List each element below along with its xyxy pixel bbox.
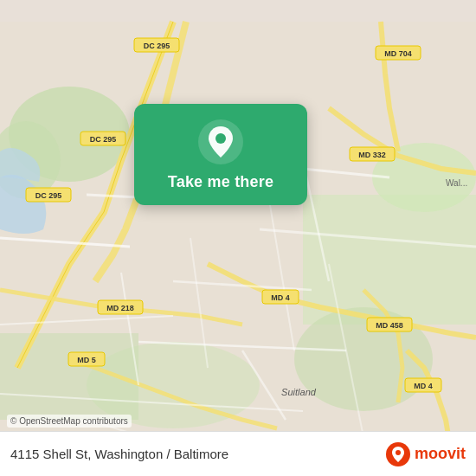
svg-point-48	[396, 450, 401, 455]
svg-text:MD 4: MD 4	[271, 293, 290, 302]
svg-text:MD 458: MD 458	[376, 321, 403, 330]
svg-text:Wal...: Wal...	[446, 178, 467, 188]
svg-text:MD 332: MD 332	[358, 151, 386, 159]
svg-text:DC 295: DC 295	[90, 135, 117, 144]
take-me-there-label: Take me there	[168, 173, 273, 191]
moovit-brand-icon	[385, 441, 411, 467]
take-me-there-card[interactable]: Take me there	[134, 104, 307, 205]
svg-rect-3	[303, 195, 476, 325]
svg-text:MD 5: MD 5	[77, 356, 96, 364]
moovit-brand-text: moovit	[415, 445, 466, 463]
copyright-text: © OpenStreetMap contributors	[7, 415, 132, 428]
svg-text:DC 295: DC 295	[144, 42, 170, 50]
svg-text:Suitland: Suitland	[281, 387, 317, 397]
svg-text:DC 295: DC 295	[35, 191, 62, 200]
address-text: 4115 Shell St, Washington / Baltimore	[10, 447, 228, 461]
svg-text:MD 704: MD 704	[384, 49, 412, 58]
svg-point-46	[215, 133, 226, 144]
location-pin-icon	[198, 119, 243, 164]
svg-text:MD 4: MD 4	[414, 382, 433, 390]
svg-text:MD 218: MD 218	[106, 304, 134, 312]
moovit-logo: moovit	[385, 441, 466, 467]
bottom-bar: 4115 Shell St, Washington / Baltimore mo…	[0, 431, 476, 476]
map-background: DC 295 DC 295 DC 295 MD 704 MD 332 MD 4 …	[0, 0, 476, 476]
map-container: DC 295 DC 295 DC 295 MD 704 MD 332 MD 4 …	[0, 0, 476, 476]
